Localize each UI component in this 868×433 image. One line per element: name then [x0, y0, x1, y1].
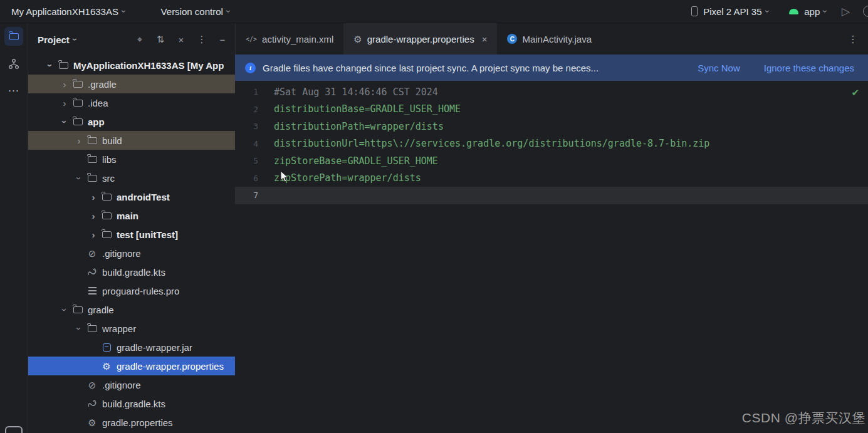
tool-window-strip: ⋯ — [0, 23, 28, 433]
hide-panel-icon[interactable]: − — [217, 34, 227, 45]
tab-gradle-wrapper-properties[interactable]: ⚙ gradle-wrapper.properties × — [343, 23, 497, 55]
folder-icon — [88, 325, 97, 332]
expand-collapse-icon[interactable]: ⇅ — [155, 34, 165, 45]
tree-item-gradle-properties[interactable]: ⚙ gradle.properties — [28, 413, 235, 432]
app-menu-label: My ApplicationXH1633AS — [11, 6, 118, 17]
source-folder-icon — [102, 231, 112, 238]
source-folder-icon — [102, 212, 112, 219]
more-tool-windows-button[interactable]: ⋯ — [8, 84, 20, 98]
panel-options-icon[interactable]: ⋮ — [197, 34, 207, 45]
line-number[interactable]: 2 — [235, 105, 258, 114]
tab-activity-main-xml[interactable]: </> activity_main.xml — [236, 23, 343, 55]
tree-item-label: .gitignore — [102, 248, 141, 259]
chevron-down-icon[interactable]: › — [46, 58, 55, 72]
bottom-tool-window-icon[interactable] — [5, 426, 23, 433]
line-number[interactable]: 6 — [235, 174, 258, 183]
tree-item-label: proguard-rules.pro — [102, 286, 179, 296]
tab-mainactivity-java[interactable]: C MainActivity.java — [497, 23, 602, 55]
gitignore-icon: ⊘ — [88, 249, 97, 258]
chevron-down-icon[interactable]: › — [75, 321, 84, 335]
chevron-right-icon[interactable]: › — [58, 80, 71, 89]
tree-item-build-gradle-kts-app[interactable]: build.gradle.kts — [28, 263, 235, 281]
run-config-selector[interactable]: app › — [804, 6, 827, 17]
collapse-all-icon[interactable]: × — [176, 34, 186, 45]
chevron-down-icon: › — [71, 38, 80, 41]
chevron-down-icon[interactable]: › — [60, 115, 70, 128]
clipped-toolbar-icon[interactable] — [863, 6, 868, 17]
tab-label: gradle-wrapper.properties — [367, 34, 474, 44]
code-editor[interactable]: 1 #Sat Aug 31 14:46:46 CST 2024 2 distri… — [235, 81, 868, 433]
tree-item-gradle-wrapper-properties[interactable]: ⚙ gradle-wrapper.properties — [28, 357, 235, 375]
tree-item-wrapper-folder[interactable]: › wrapper — [28, 319, 235, 338]
line-number[interactable]: 3 — [235, 122, 258, 131]
tree-item-idea[interactable]: › .idea — [28, 93, 235, 112]
gradle-icon — [87, 400, 97, 407]
chevron-right-icon[interactable]: › — [72, 136, 86, 145]
tree-item-build-gradle-kts-root[interactable]: build.gradle.kts — [28, 394, 235, 413]
tab-label: MainActivity.java — [522, 34, 592, 44]
chevron-right-icon[interactable]: › — [86, 211, 100, 221]
tree-item-main[interactable]: › main — [28, 206, 235, 225]
tree-item-test[interactable]: › test [unitTest] — [28, 225, 235, 244]
tree-item-dot-gradle[interactable]: › .gradle — [28, 75, 235, 93]
code-line[interactable]: 3 distributionPath=wrapper/dists — [235, 118, 868, 135]
tree-item-label: .gitignore — [102, 380, 141, 390]
sync-now-link[interactable]: Sync Now — [698, 63, 740, 73]
tree-item-label: .gradle — [88, 79, 117, 90]
project-view-selector[interactable]: Project › — [38, 34, 77, 45]
tree-item-project-root[interactable]: › MyApplicationXH1633AS [My App — [28, 56, 235, 75]
chevron-down-icon[interactable]: › — [75, 171, 84, 185]
commit-tool-window-button[interactable] — [8, 58, 19, 71]
tree-item-label: gradle.properties — [102, 417, 173, 428]
project-panel-actions: ⌖ ⇅ × ⋮ − — [135, 34, 227, 45]
tree-item-src[interactable]: › src — [28, 169, 235, 187]
code-line[interactable]: 1 #Sat Aug 31 14:46:46 CST 2024 — [235, 83, 868, 101]
code-line-current[interactable]: 7 — [235, 187, 868, 204]
commit-icon — [8, 58, 19, 70]
project-panel-header: Project › ⌖ ⇅ × ⋮ − — [28, 23, 235, 56]
line-number[interactable]: 5 — [235, 156, 258, 165]
tree-item-libs[interactable]: libs — [28, 150, 235, 169]
code-line[interactable]: 6 zipStorePath=wrapper/dists — [235, 170, 868, 187]
device-selector[interactable]: Pixel 2 API 35 › — [703, 6, 769, 17]
version-control-menu[interactable]: Version control › — [161, 6, 231, 17]
chevron-right-icon[interactable]: › — [86, 230, 100, 239]
editor-options-icon[interactable]: ⋮ — [848, 33, 868, 45]
android-icon — [789, 9, 798, 14]
close-tab-icon[interactable]: × — [482, 34, 488, 44]
line-text: distributionPath=wrapper/dists — [274, 121, 444, 132]
code-line[interactable]: 2 distributionBase=GRADLE_USER_HOME — [235, 101, 868, 118]
code-line[interactable]: 5 zipStoreBase=GRADLE_USER_HOME — [235, 152, 868, 170]
folder-icon — [59, 62, 68, 69]
code-line[interactable]: 4 distributionUrl=https\://services.grad… — [235, 135, 868, 153]
watermark: CSDN @挣票买汉堡 — [742, 409, 865, 427]
tree-item-app[interactable]: › app — [28, 112, 235, 131]
tree-item-androidtest[interactable]: › androidTest — [28, 187, 235, 206]
line-text: distributionBase=GRADLE_USER_HOME — [274, 103, 461, 115]
line-number[interactable]: 1 — [235, 87, 258, 97]
locate-file-icon[interactable]: ⌖ — [135, 34, 145, 45]
module-folder-icon — [73, 118, 83, 125]
app-menu[interactable]: My ApplicationXH1633AS › — [11, 6, 126, 17]
tree-item-gitignore-app[interactable]: ⊘ .gitignore — [28, 244, 235, 263]
tree-item-label: app — [88, 117, 105, 127]
line-number[interactable]: 4 — [235, 139, 258, 149]
tree-item-gradle-wrapper-jar[interactable]: gradle-wrapper.jar — [28, 338, 235, 357]
line-number[interactable]: 7 — [235, 190, 258, 200]
tree-item-build[interactable]: › build — [28, 131, 235, 150]
chevron-right-icon[interactable]: › — [86, 192, 100, 202]
tree-item-gradle-folder[interactable]: › gradle — [28, 300, 235, 319]
chevron-down-icon[interactable]: › — [60, 303, 70, 316]
tree-item-label: wrapper — [102, 323, 136, 334]
tree-item-label: gradle-wrapper.properties — [117, 361, 224, 372]
tree-item-proguard-rules[interactable]: proguard-rules.pro — [28, 281, 235, 300]
ignore-changes-link[interactable]: Ignore these changes — [764, 63, 854, 73]
tree-item-gitignore-root[interactable]: ⊘ .gitignore — [28, 375, 235, 394]
project-tool-window-button[interactable] — [4, 27, 23, 46]
chevron-right-icon[interactable]: › — [58, 98, 71, 108]
gear-icon: ⚙ — [88, 418, 96, 427]
notification-banner: i Gradle files have changed since last p… — [235, 55, 868, 81]
run-button[interactable]: ▷ — [842, 6, 850, 17]
titlebar-left: My ApplicationXH1633AS › Version control… — [0, 6, 231, 17]
banner-message: Gradle files have changed since last pro… — [263, 63, 599, 73]
